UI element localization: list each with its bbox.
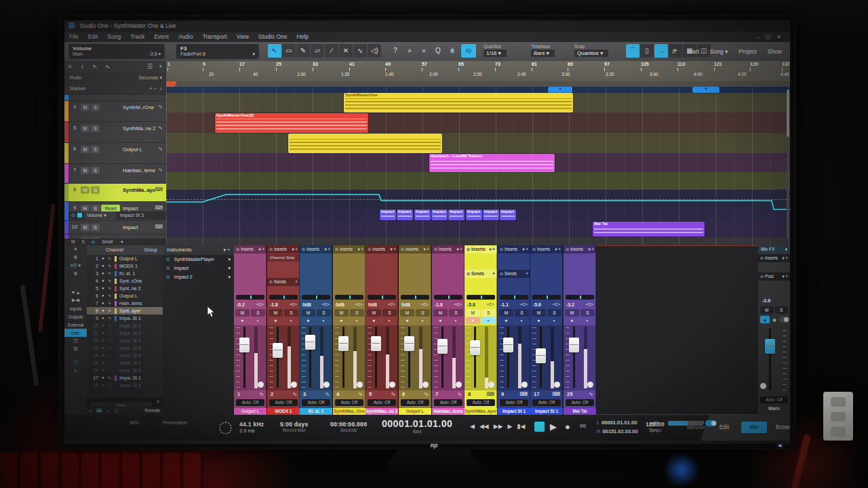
fader-handle[interactable] <box>305 335 315 350</box>
mode-button[interactable]: Mix <box>741 422 767 433</box>
project-tab[interactable]: Project <box>738 48 756 55</box>
channel-list-row[interactable]: 18 ● ∿ Impa..St 2 <box>87 382 163 389</box>
automation-mode-button[interactable]: Auto: Off <box>302 399 330 406</box>
track-row[interactable]: 8 M S ● ◐ SynthMa..ayer ∿ ⌨ ⊙ ▾ <box>64 184 166 202</box>
menu-item[interactable]: File <box>64 32 83 42</box>
record-arm-button[interactable]: ● <box>466 317 480 324</box>
remove-marker-button[interactable]: − <box>154 85 157 92</box>
tool-button[interactable]: » <box>403 44 416 58</box>
mode-button[interactable]: Edit <box>710 422 738 433</box>
timebase-field[interactable]: TimebaseBars ▾ <box>531 44 555 59</box>
monitor-button[interactable]: ◐ <box>251 317 265 324</box>
track-row[interactable]: 6 M S ● ◐ Output L ∿ ⌨ ⊙ ▾ <box>64 143 166 164</box>
pan-control[interactable] <box>467 295 495 300</box>
record-arm-button[interactable]: ● <box>499 317 513 324</box>
chevron-down-icon[interactable]: ▾ <box>228 272 231 281</box>
pan-knob[interactable] <box>554 382 560 388</box>
channel-list-row[interactable]: 8 ● ∿ Synt..ayer <box>87 307 163 314</box>
record-arm-button[interactable]: ● <box>235 317 250 324</box>
tool-button[interactable]: Q <box>431 44 445 58</box>
volume-readout[interactable]: 0dB<C> <box>300 301 332 308</box>
mute-button[interactable]: M <box>269 309 283 317</box>
strip-name-label[interactable]: Hainbac..tems <box>432 408 465 415</box>
strip-name-label[interactable]: Output L <box>234 408 267 415</box>
channel-list-row[interactable]: 9 ● ∿ Impa..St 1 <box>87 314 163 322</box>
inserts-header[interactable]: ⊙Inserts ▾ + <box>333 245 366 253</box>
record-arm-button[interactable]: ● <box>433 317 448 324</box>
param-display[interactable]: Volume Main -3.8 ▾ <box>68 44 165 59</box>
solo-button[interactable]: S <box>580 309 595 317</box>
volume-readout[interactable]: -1.8<C> <box>267 301 300 308</box>
monitor-button[interactable]: ◐ <box>317 317 331 324</box>
record-arm-button[interactable]: ● <box>532 317 546 324</box>
master-fader-handle[interactable] <box>765 339 775 354</box>
channel-strip[interactable]: ⊙Inserts ▾ + Channel Strip ⊙Sends + -1.1… <box>498 245 530 415</box>
fader-handle[interactable] <box>273 343 283 358</box>
pan-control[interactable] <box>532 295 561 300</box>
play-button[interactable]: ▶ <box>550 422 557 432</box>
channel-filter[interactable]: ✕ <box>87 398 163 407</box>
mute-button[interactable]: M <box>301 309 315 317</box>
pan-knob[interactable] <box>760 383 766 389</box>
volume-readout[interactable]: 0dB<C> <box>366 301 398 308</box>
channel-strip[interactable]: ⊙Inserts ▾ + Channel Strip ⊙Sends + 0dB<… <box>333 245 366 415</box>
bank-filter-button[interactable]: External <box>64 321 87 329</box>
close-icon[interactable]: ✕ <box>64 245 87 253</box>
gear-icon[interactable]: ⚙ <box>64 270 87 278</box>
power-icon[interactable]: ⊙ <box>166 266 170 270</box>
param-value[interactable]: -3.8 ▾ <box>149 52 161 57</box>
chevron-down-icon[interactable]: ▾ <box>228 264 231 272</box>
menu-item[interactable]: View <box>232 32 254 42</box>
tool-button[interactable]: ◁) <box>368 44 381 58</box>
automation-mode-button[interactable]: Auto: Off <box>566 399 594 406</box>
wrench-icon[interactable]: ⚙ <box>64 253 87 262</box>
inserts-header[interactable]: ⊙Inserts ▾ + <box>758 254 790 262</box>
channel-strip[interactable]: ⊙Inserts ▾ + Channel Strip ⊙Sends + -1.8… <box>267 245 300 415</box>
monitor-button[interactable]: ◐ <box>284 317 298 324</box>
instrument-row[interactable]: ⊙ Impact ▾ <box>163 264 234 272</box>
tool-button[interactable]: ∕ <box>325 44 338 58</box>
channel-strip[interactable]: ⊙Inserts ▾ + Channel Strip ⊙Sends + -5.6… <box>530 245 563 415</box>
mute-button[interactable]: M <box>81 186 90 194</box>
strip-name-label[interactable]: MODX 1 <box>267 408 300 415</box>
loop-range-display[interactable]: L00001.01.01.00 R00151.02.03.00 <box>597 418 638 436</box>
pan-knob[interactable] <box>323 382 330 388</box>
solo-button[interactable]: S <box>91 146 100 153</box>
strip-name-label[interactable]: Kl. st. 1 <box>300 408 332 415</box>
automation-mode-button[interactable]: Auto: Off <box>500 399 528 406</box>
track-name[interactable]: Impact <box>123 224 138 230</box>
tool-button[interactable]: ⌒ <box>626 44 639 58</box>
monitor-button[interactable]: ◐ <box>350 317 364 324</box>
insert-slot[interactable]: Channel Strip <box>267 254 300 262</box>
fader-handle[interactable] <box>371 336 381 351</box>
record-arm-button[interactable]: ● <box>565 317 579 324</box>
sends-header[interactable]: ⊙Sends + <box>498 270 530 278</box>
solo-button[interactable]: S <box>91 167 100 174</box>
volume-readout[interactable]: 0dB<C> <box>399 301 431 308</box>
chevron-down-icon[interactable]: ▾ <box>252 52 255 57</box>
pan-knob[interactable] <box>456 382 462 388</box>
monitor-button[interactable]: ◐ <box>449 317 463 324</box>
channel-list-row[interactable]: 7 ● ∿ Hain..tems <box>87 300 163 307</box>
export-icon[interactable]: ⇩ <box>671 48 676 55</box>
strip-name-label[interactable]: Mai Tai <box>564 408 596 415</box>
info-icon[interactable]: i <box>77 61 88 73</box>
snap-field[interactable]: SnapQuantize ▾ <box>574 44 608 59</box>
channel-strip[interactable]: ⊙Inserts ▾ + Channel Strip ⊙Sends + -5.8… <box>465 245 497 415</box>
strip-name-label[interactable]: Impact St 1 <box>530 408 563 415</box>
power-icon[interactable]: ⊙ <box>166 257 170 262</box>
track-panel-bottom-bar[interactable]: MS⊙Small ▾ <box>64 239 166 245</box>
pan-control[interactable] <box>434 295 462 300</box>
menu-item[interactable]: Transport <box>198 32 232 42</box>
track-list-icon[interactable]: ☰ <box>144 61 155 73</box>
instrument-row[interactable]: ⊙ Impact 2 ▾ <box>163 272 234 281</box>
mute-button[interactable]: M <box>433 309 448 317</box>
channel-list-row[interactable]: 4 ● ∿ Synt..rOne <box>87 277 163 285</box>
metronome-button[interactable]: ▲ <box>760 316 770 323</box>
solo-button[interactable]: S <box>481 309 496 317</box>
solo-button[interactable]: S <box>251 309 265 317</box>
track-name[interactable]: SynthMa..ne 2 <box>123 125 155 131</box>
inserts-header[interactable]: ⊙Inserts ▾ + <box>465 245 497 253</box>
record-arm-button[interactable]: ● <box>367 317 381 324</box>
talkback-mic-icon[interactable]: ◉ <box>771 316 778 323</box>
